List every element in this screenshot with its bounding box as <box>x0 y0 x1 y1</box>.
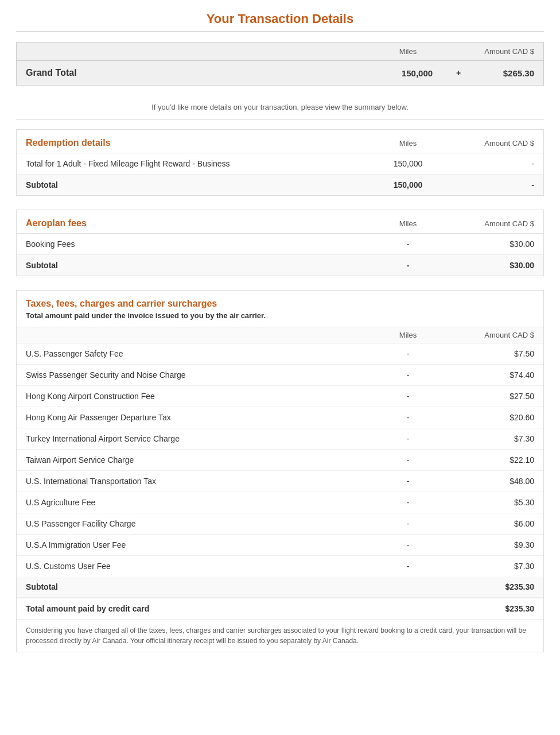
aeroplan-row-0-miles: - <box>374 239 442 249</box>
tax-row-3-amount: $20.60 <box>442 413 534 422</box>
tax-row-9-amount: $9.30 <box>442 540 534 550</box>
taxes-subtotal-row: Subtotal $235.30 <box>17 577 543 598</box>
tax-row-9: U.S.A Immigration User Fee - $9.30 <box>17 535 543 556</box>
info-text: If you'd like more details on your trans… <box>16 95 544 120</box>
tax-row-8-miles: - <box>374 519 442 528</box>
tax-row-4-miles: - <box>374 434 442 443</box>
redemption-amount-col-header: Amount CAD $ <box>442 139 534 148</box>
tax-row-7-miles: - <box>374 498 442 507</box>
aeroplan-header: Aeroplan fees Miles Amount CAD $ <box>17 210 543 234</box>
tax-row-10-label: U.S. Customs User Fee <box>26 562 374 571</box>
tax-row-6-amount: $48.00 <box>442 477 534 486</box>
grand-total-amount-header: Amount CAD $ <box>442 47 534 56</box>
taxes-col-header: Miles Amount CAD $ <box>17 327 543 343</box>
redemption-miles-col-header: Miles <box>374 139 442 148</box>
aeroplan-section: Aeroplan fees Miles Amount CAD $ Booking… <box>16 210 544 276</box>
tax-row-10-amount: $7.30 <box>442 562 534 571</box>
tax-row-5-miles: - <box>374 455 442 465</box>
tax-row-6-miles: - <box>374 477 442 486</box>
taxes-section: Taxes, fees, charges and carrier surchar… <box>16 290 544 652</box>
tax-row-4-amount: $7.30 <box>442 434 534 443</box>
grand-total-label: Grand Total <box>26 68 383 78</box>
taxes-subtitle: Total amount paid under the invoice issu… <box>26 311 534 320</box>
tax-row-2-label: Hong Kong Airport Construction Fee <box>26 392 374 401</box>
tax-row-0-amount: $7.50 <box>442 349 534 358</box>
tax-row-8-label: U.S Passenger Facility Charge <box>26 519 374 528</box>
footer-note: Considering you have charged all of the … <box>17 619 543 652</box>
tax-row-9-miles: - <box>374 540 442 550</box>
redemption-row-0: Total for 1 Adult - Fixed Mileage Flight… <box>17 153 543 175</box>
redemption-header: Redemption details Miles Amount CAD $ <box>17 130 543 153</box>
tax-rows-container: U.S. Passenger Safety Fee - $7.50 Swiss … <box>17 343 543 577</box>
tax-row-1-miles: - <box>374 370 442 380</box>
redemption-title: Redemption details <box>26 138 374 148</box>
aeroplan-title: Aeroplan fees <box>26 218 374 229</box>
grand-total-section: Miles Amount CAD $ Grand Total 150,000 +… <box>16 42 544 86</box>
tax-row-4: Turkey International Airport Service Cha… <box>17 428 543 450</box>
tax-row-6: U.S. International Transportation Tax - … <box>17 471 543 492</box>
aeroplan-subtotal-miles: - <box>374 261 442 270</box>
tax-row-8-amount: $6.00 <box>442 519 534 528</box>
redemption-subtotal-miles: 150,000 <box>374 180 442 189</box>
tax-row-7: U.S Agriculture Fee - $5.30 <box>17 492 543 513</box>
taxes-miles-col-header: Miles <box>374 331 442 339</box>
page-title: Your Transaction Details <box>16 11 544 32</box>
total-credit-row: Total amount paid by credit card $235.30 <box>17 598 543 619</box>
tax-row-0-miles: - <box>374 349 442 358</box>
tax-row-1-label: Swiss Passenger Security and Noise Charg… <box>26 370 374 380</box>
grand-total-plus: + <box>452 68 465 78</box>
tax-row-7-amount: $5.30 <box>442 498 534 507</box>
taxes-subtotal-label: Subtotal <box>26 582 374 591</box>
redemption-subtotal-amount: - <box>442 180 534 189</box>
taxes-title-area: Taxes, fees, charges and carrier surchar… <box>17 291 543 327</box>
aeroplan-miles-col-header: Miles <box>374 219 442 228</box>
taxes-title: Taxes, fees, charges and carrier surchar… <box>26 299 534 309</box>
grand-total-miles-header: Miles <box>374 47 442 56</box>
aeroplan-amount-col-header: Amount CAD $ <box>442 219 534 228</box>
redemption-row-0-miles: 150,000 <box>374 159 442 168</box>
redemption-subtotal-label: Subtotal <box>26 180 374 189</box>
tax-row-1: Swiss Passenger Security and Noise Charg… <box>17 365 543 386</box>
aeroplan-row-0: Booking Fees - $30.00 <box>17 234 543 255</box>
tax-row-8: U.S Passenger Facility Charge - $6.00 <box>17 513 543 535</box>
tax-row-2-miles: - <box>374 392 442 401</box>
redemption-row-0-amount: - <box>442 159 534 168</box>
tax-row-10: U.S. Customs User Fee - $7.30 <box>17 556 543 577</box>
tax-row-0: U.S. Passenger Safety Fee - $7.50 <box>17 343 543 365</box>
tax-row-5: Taiwan Airport Service Charge - $22.10 <box>17 450 543 471</box>
grand-total-header: Miles Amount CAD $ <box>17 42 543 61</box>
total-credit-label: Total amount paid by credit card <box>26 604 442 613</box>
redemption-section: Redemption details Miles Amount CAD $ To… <box>16 129 544 196</box>
tax-row-2: Hong Kong Airport Construction Fee - $27… <box>17 386 543 407</box>
aeroplan-subtotal-label: Subtotal <box>26 261 374 270</box>
redemption-subtotal-row: Subtotal 150,000 - <box>17 175 543 195</box>
taxes-subtotal-amount: $235.30 <box>442 582 534 591</box>
tax-row-5-label: Taiwan Airport Service Charge <box>26 455 374 465</box>
tax-row-4-label: Turkey International Airport Service Cha… <box>26 434 374 443</box>
tax-row-3-label: Hong Kong Air Passenger Departure Tax <box>26 413 374 422</box>
aeroplan-subtotal-row: Subtotal - $30.00 <box>17 255 543 276</box>
aeroplan-row-0-amount: $30.00 <box>442 239 534 249</box>
tax-row-0-label: U.S. Passenger Safety Fee <box>26 349 374 358</box>
redemption-row-0-label: Total for 1 Adult - Fixed Mileage Flight… <box>26 159 374 168</box>
tax-row-5-amount: $22.10 <box>442 455 534 465</box>
tax-row-3: Hong Kong Air Passenger Departure Tax - … <box>17 407 543 428</box>
aeroplan-row-0-label: Booking Fees <box>26 239 374 249</box>
tax-row-3-miles: - <box>374 413 442 422</box>
tax-row-1-amount: $74.40 <box>442 370 534 380</box>
tax-row-10-miles: - <box>374 562 442 571</box>
tax-row-9-label: U.S.A Immigration User Fee <box>26 540 374 550</box>
grand-total-miles-value: 150,000 <box>383 68 452 78</box>
tax-row-2-amount: $27.50 <box>442 392 534 401</box>
grand-total-amount-value: $265.30 <box>465 68 534 78</box>
taxes-amount-col-header: Amount CAD $ <box>442 331 534 339</box>
tax-row-7-label: U.S Agriculture Fee <box>26 498 374 507</box>
tax-row-6-label: U.S. International Transportation Tax <box>26 477 374 486</box>
grand-total-row: Grand Total 150,000 + $265.30 <box>17 61 543 85</box>
total-credit-amount: $235.30 <box>442 604 534 613</box>
aeroplan-subtotal-amount: $30.00 <box>442 261 534 270</box>
